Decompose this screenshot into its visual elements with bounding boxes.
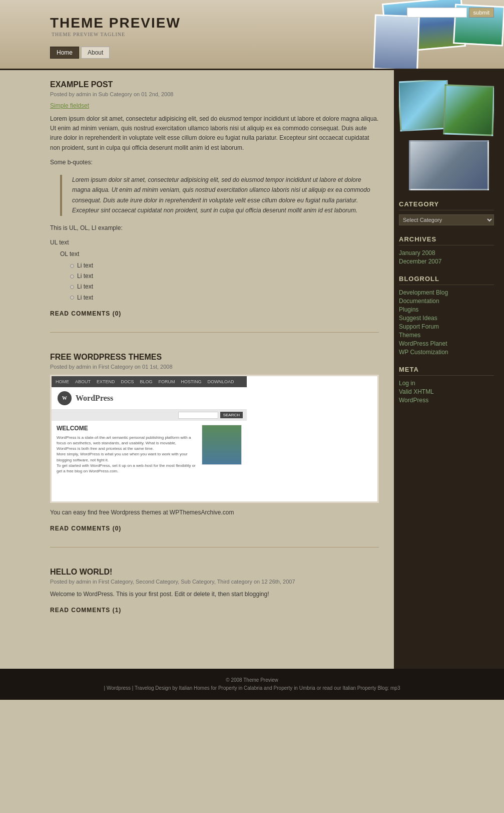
wp-nav-forum[interactable]: FORUM [159,379,175,384]
li-bullet [70,296,74,300]
post-example: EXAMPLE POST Posted by admin in Sub Cate… [50,80,379,333]
category-title: CATEGORY [399,200,494,210]
wp-nav-download[interactable]: DOWNLOAD [208,379,234,384]
sidebar-archives: ARCHIVES January 2008 December 2007 [399,235,494,265]
meta-xhtml[interactable]: Valid XHTML [399,388,494,395]
sidebar: CATEGORY Select Category First Category … [394,70,504,669]
post-2-read-comments[interactable]: READ COMMENTS (0) [50,525,379,532]
meta-title: META [399,366,494,376]
wordpress-screenshot: HOME ABOUT EXTEND DOCS BLOG FORUM HOSTIN… [52,376,247,501]
blogroll-wp-planet[interactable]: WordPress Planet [399,340,494,347]
li-bullet [70,275,74,279]
wp-desc-3: To get started with WordPress, set it up… [57,463,197,474]
blogroll-suggest-ideas[interactable]: Suggest Ideas [399,315,494,322]
wp-desc-1: WordPress is a state-of-the-art semantic… [57,435,197,452]
wp-nav-about[interactable]: ABOUT [75,379,91,384]
blogroll-wp-customization[interactable]: WP Customization [399,349,494,356]
post-wp-themes: FREE WORDPRESS THEMES Posted by admin in… [50,353,379,548]
wp-content-area: WELCOME WordPress is a state-of-the-art … [52,425,247,474]
wp-logo-icon: W [58,391,72,405]
meta-login[interactable]: Log in [399,380,494,387]
post-3-body: Welcome to WordPress. This is your first… [50,590,379,599]
blogroll-themes[interactable]: Themes [399,332,494,339]
post-2-image: HOME ABOUT EXTEND DOCS BLOG FORUM HOSTIN… [50,375,379,503]
post-1-ul-intro: This is UL, OL, LI example: [50,223,379,233]
ul-text: UL text [50,238,379,247]
wp-search-input[interactable] [178,412,218,419]
meta-wordpress[interactable]: WordPress [399,397,494,404]
post-2-title: FREE WORDPRESS THEMES [50,353,379,362]
post-2-meta: Posted by admin in First Category on 01 … [50,364,379,370]
footer-copyright: © 2008 Theme Preview [8,676,496,684]
search-submit-button[interactable]: submit [469,8,494,18]
post-1-bquotes-label: Some b-quotes: [50,158,379,167]
sidebar-blogroll: BLOGROLL Development Blog Documentation … [399,275,494,356]
wp-nav-bar: HOME ABOUT EXTEND DOCS BLOG FORUM HOSTIN… [52,376,247,387]
search-input[interactable] [407,8,467,18]
post-1-read-comments[interactable]: READ COMMENTS (0) [50,310,379,317]
post-3-title: HELLO WORLD! [50,568,379,577]
li-item-2: Li text [70,272,379,281]
post-1-meta: Posted by admin in Sub Category on 01 2n… [50,91,379,97]
wp-logo-text: WordPress [76,394,113,403]
li-item-1: Li text [70,261,379,270]
wp-nav-docs[interactable]: DOCS [121,379,134,384]
li-bullet [70,264,74,268]
footer: © 2008 Theme Preview | Wordpress | Trave… [0,669,504,700]
site-header: THEME PREVIEW THEME PREVIEW TAGLINE Home… [0,0,504,70]
post-1-blockquote: Lorem ipsum dolor sit amet, consectetur … [60,175,379,216]
wp-logo-area: W WordPress [52,387,247,410]
wp-sidebar-image [202,425,242,465]
main-nav: Home About [50,47,110,59]
nav-about[interactable]: About [81,47,110,59]
nav-home[interactable]: Home [50,47,79,59]
li-bullet [70,285,74,289]
post-3-read-comments[interactable]: READ COMMENTS (1) [50,607,379,614]
main-wrapper: EXAMPLE POST Posted by admin in Sub Cate… [0,70,504,669]
footer-links: | Wordpress | Travelog Design by Italian… [8,684,496,692]
search-box: submit [407,8,494,18]
li-item-4: Li text [70,293,379,303]
header-photo-eiffel [373,14,420,70]
blogroll-title: BLOGROLL [399,275,494,285]
blogroll-dev-blog[interactable]: Development Blog [399,289,494,296]
wp-search-button[interactable]: SEARCH [220,412,243,418]
wp-nav-home[interactable]: HOME [56,379,69,384]
wp-main-text: WELCOME WordPress is a state-of-the-art … [57,425,197,474]
post-1-link[interactable]: Simple fieldset [50,102,379,109]
archives-title: ARCHIVES [399,235,494,245]
site-tagline: THEME PREVIEW TAGLINE [52,32,125,37]
wp-welcome-heading: WELCOME [57,425,197,432]
sidebar-photos [399,80,494,190]
li-item-3: Li text [70,282,379,292]
sidebar-category: CATEGORY Select Category First Category … [399,200,494,225]
wp-desc-2: More simply, WordPress is what you use w… [57,451,197,462]
post-3-meta: Posted by admin in First Category, Secon… [50,579,379,585]
sidebar-photo-1 [399,80,450,132]
archive-jan-2008[interactable]: January 2008 [399,249,494,256]
content-area: EXAMPLE POST Posted by admin in Sub Cate… [0,70,394,669]
sidebar-photo-2 [443,84,494,136]
blogroll-plugins[interactable]: Plugins [399,306,494,313]
blogroll-documentation[interactable]: Documentation [399,298,494,305]
blogroll-support-forum[interactable]: Support Forum [399,323,494,330]
sidebar-photo-3 [409,140,489,190]
category-select[interactable]: Select Category First Category Sub Categ… [399,214,494,225]
post-2-body: You can easy find free Wordpress themes … [50,508,379,517]
wp-nav-hosting[interactable]: HOSTING [181,379,202,384]
post-1-excerpt: Lorem ipsum dolor sit amet, consectetur … [50,114,379,153]
wp-nav-blog[interactable]: BLOG [140,379,153,384]
site-title: THEME PREVIEW [50,15,181,31]
wp-nav-extend[interactable]: EXTEND [97,379,115,384]
sidebar-meta: META Log in Valid XHTML WordPress [399,366,494,404]
wp-search-bar: SEARCH [52,410,247,421]
post-1-content: Lorem ipsum dolor sit amet, consectetur … [50,114,379,303]
archive-dec-2007[interactable]: December 2007 [399,258,494,265]
post-hello-world: HELLO WORLD! Posted by admin in First Ca… [50,568,379,629]
post-1-title: EXAMPLE POST [50,80,379,89]
post-1-list: UL text OL text Li text Li text Li text [50,238,379,303]
ol-text: OL text [60,249,379,259]
